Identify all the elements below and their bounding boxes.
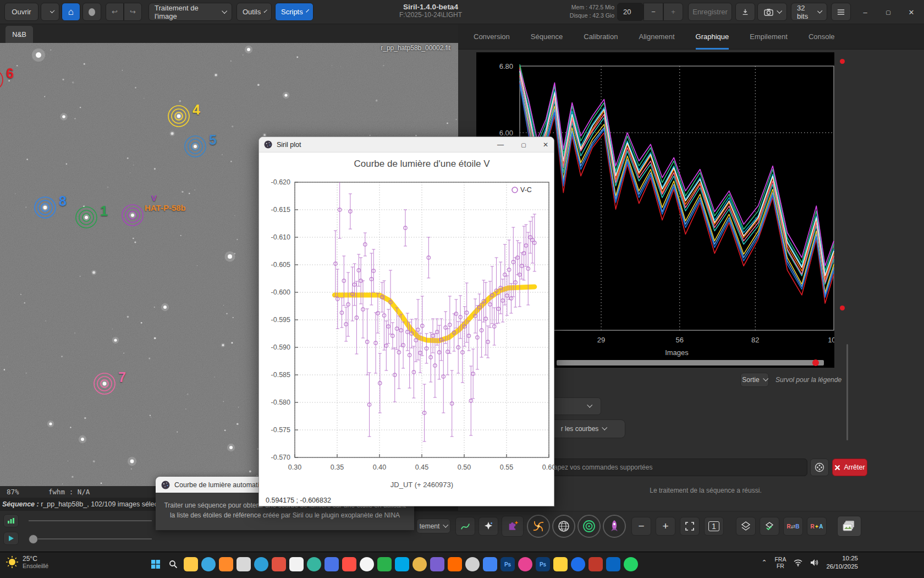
panel-scrollbar[interactable] [846,344,848,440]
record-button[interactable] [82,3,101,21]
taskbar-app-icon-15[interactable] [395,557,409,571]
hamburger-menu-button[interactable] [831,3,851,21]
launcher-button[interactable] [603,515,626,538]
command-help-button[interactable] [810,459,829,476]
taskbar-weather[interactable]: 25°C Ensoleillé [6,555,48,569]
taskbar-app-icon-1[interactable] [148,557,163,571]
zoom-out-button[interactable]: − [631,517,651,536]
curves-tool-button[interactable] [455,517,475,536]
tab-séquence[interactable]: Séquence [531,24,563,50]
taskbar-app-icon-14[interactable] [377,557,392,571]
undo-button[interactable]: ↩ [106,3,124,21]
play-sequence-button[interactable] [3,532,19,545]
minimize-button[interactable]: – [858,6,872,19]
save-button[interactable]: Enregistrer [688,3,732,21]
tray-expand-chevron[interactable]: ⌃ [761,559,767,566]
zoom-in-button[interactable]: + [656,517,675,536]
quality-plot-button[interactable] [3,514,19,527]
photometry-web-button[interactable] [552,515,575,538]
taskbar-app-icon-12[interactable] [342,557,356,571]
taskbar-clock[interactable]: 10:25 26/10/2025 [826,554,858,571]
taskbar-app-icon-27[interactable] [606,557,620,571]
scripts-menu-button[interactable]: Scripts [275,3,314,21]
taskbar-app-icon-21[interactable]: Ps [501,557,515,571]
tab-graphique[interactable]: Graphique [696,24,729,50]
tab-calibration[interactable]: Calibration [584,24,618,50]
plot-window-titlebar[interactable]: Siril plot — ▢ ✕ [259,137,554,152]
snapshot-button[interactable] [757,3,787,21]
star-detection-button[interactable] [479,517,498,536]
psf-target-button[interactable] [578,515,601,538]
taskbar-app-icon-24[interactable] [553,557,568,571]
zoom-one-to-one-button[interactable]: 1 [704,517,724,536]
taskbar-app-icon-6[interactable] [237,557,251,571]
taskbar-app-icon-20[interactable] [483,557,497,571]
zoom-decrease-button[interactable]: − [644,3,663,21]
siril-plot-window[interactable]: Siril plot — ▢ ✕ Courbe de lumière d'une… [258,137,554,506]
tab-empilement[interactable]: Empilement [750,24,788,50]
open-dropdown-button[interactable] [41,3,59,21]
taskbar-app-icon-28[interactable] [624,557,638,571]
taskbar-app-icon-4[interactable] [201,557,216,571]
taskbar-app-icon-26[interactable] [588,557,603,571]
tab-alignement[interactable]: Alignement [639,24,674,50]
close-button[interactable]: ✕ [904,6,919,19]
taskbar-app-icon-22[interactable] [518,557,532,571]
processing-dropdown-fragment[interactable]: tement [416,519,450,533]
stop-button[interactable]: Arrêter [832,459,867,476]
image-list-button[interactable] [837,516,861,537]
image-processing-menu-button[interactable]: Traitement de l'image [148,3,232,21]
tab-conversion[interactable]: Conversion [474,24,510,50]
taskbar-app-icon-10[interactable] [307,557,321,571]
taskbar-app-icon-18[interactable] [448,557,462,571]
tab-console[interactable]: Console [809,24,835,50]
rgb-align-button[interactable]: R⇄B [783,517,803,536]
layers-button[interactable] [736,517,756,536]
wifi-icon[interactable] [794,559,802,566]
taskbar-app-icon-13[interactable] [360,557,374,571]
taskbar-app-icon-2[interactable] [166,557,180,571]
taskbar-app-icon-9[interactable] [289,557,304,571]
tools-menu-button[interactable]: Outils [237,3,272,21]
frame-slider-track[interactable] [29,520,152,521]
redo-button[interactable]: ↪ [124,3,142,21]
home-icon: ⌂ [68,7,74,18]
frame-slider2-track[interactable] [29,538,152,539]
volume-icon[interactable] [810,559,818,566]
astrometry-button[interactable] [527,515,550,538]
taskbar-app-icon-16[interactable] [413,557,427,571]
frame-slider-handle[interactable] [29,535,38,544]
zoom-increase-button[interactable]: + [663,3,683,21]
taskbar-app-icon-23[interactable]: Ps [536,557,550,571]
taskbar-app-icon-8[interactable] [272,557,286,571]
zoom-spin-value[interactable]: 20 [617,3,644,21]
taskbar-app-icon-3[interactable] [184,557,198,571]
taskbar-app-icon-17[interactable] [430,557,444,571]
language-indicator[interactable]: FRAFR [774,556,786,569]
plot-maximize-button[interactable]: ▢ [515,139,532,150]
graph-handle-dot-top[interactable] [840,59,845,64]
tab-nb[interactable]: N&B [6,26,33,43]
layers-check-button[interactable] [760,517,779,536]
taskbar-app-icon-19[interactable] [465,557,480,571]
plot-minimize-button[interactable]: — [492,139,509,150]
bit-depth-button[interactable]: 32 bits [791,3,827,21]
graph-handle-dot-bottom[interactable] [840,306,845,310]
open-button[interactable]: Ouvrir [4,3,38,21]
taskbar-app-icon-25[interactable] [571,557,585,571]
plot-close-button[interactable]: ✕ [537,139,554,150]
plugin-button[interactable] [502,516,524,537]
home-button[interactable]: ⌂ [62,3,80,21]
output-dropdown[interactable]: Sortie [740,373,769,387]
taskbar-app-icon-7[interactable] [254,557,268,571]
maximize-button[interactable]: ▢ [881,6,895,19]
zoom-fit-button[interactable] [680,517,700,536]
siril-plot-icon [264,140,272,149]
star-annotation-7: 7 [118,369,126,385]
rgb-compose-button[interactable]: R✦A [807,517,827,536]
plot-type-dropdown[interactable] [546,397,601,415]
taskbar-app-icon-5[interactable] [219,557,233,571]
command-input[interactable] [544,459,807,476]
save-as-button[interactable] [735,3,755,21]
taskbar-app-icon-11[interactable] [324,557,339,571]
